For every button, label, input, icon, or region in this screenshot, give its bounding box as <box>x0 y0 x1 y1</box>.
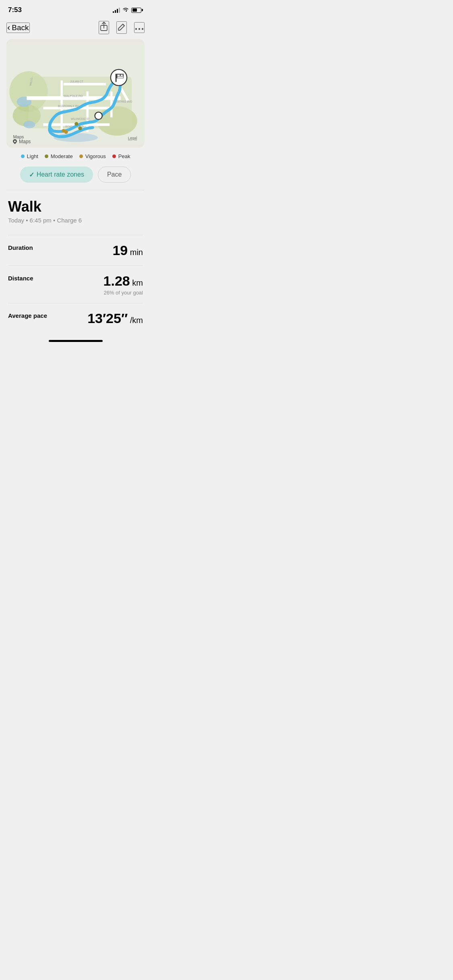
signal-icon <box>113 7 120 13</box>
duration-label: Duration <box>8 243 33 251</box>
distance-label: Distance <box>8 273 33 282</box>
legend-moderate: Moderate <box>45 153 73 159</box>
duration-value-block: 19 min <box>112 243 143 258</box>
status-icons <box>113 7 143 13</box>
svg-text:Legal: Legal <box>128 136 137 140</box>
legend-label-vigorous: Vigorous <box>85 153 106 159</box>
battery-icon <box>131 8 143 13</box>
svg-rect-36 <box>121 74 123 76</box>
workout-section: Walk Today • 6:45 pm • Charge 6 Duration… <box>0 190 151 334</box>
avg-pace-value-block: 13′25″ /km <box>87 311 143 326</box>
legend-label-peak: Peak <box>118 153 130 159</box>
home-indicator <box>0 334 151 345</box>
svg-text:WILDWOOD ST: WILDWOOD ST <box>71 117 90 120</box>
distance-value-block: 1.28 km 26% of your goal <box>103 273 143 296</box>
toggle-buttons: ✓ Heart rate zones Pace <box>0 163 151 190</box>
workout-subtitle: Today • 6:45 pm • Charge 6 <box>8 217 143 224</box>
heart-rate-zones-button[interactable]: ✓ Heart rate zones <box>20 167 93 183</box>
svg-point-30 <box>64 130 68 134</box>
more-button[interactable] <box>134 22 145 33</box>
maps-brand: Maps <box>12 139 31 144</box>
legend-dot-light <box>21 154 25 158</box>
share-button[interactable] <box>99 21 109 34</box>
svg-point-1 <box>135 28 137 30</box>
wifi-icon <box>122 7 129 13</box>
edit-button[interactable] <box>116 21 127 34</box>
map-svg: WALPOLE RD BOARDWALK RD WILDWOOD ST JULI… <box>6 39 145 148</box>
svg-point-27 <box>74 122 78 126</box>
legend-label-light: Light <box>27 153 38 159</box>
legend-light: Light <box>21 153 38 159</box>
svg-text:ENTREE BVD: ENTREE BVD <box>116 100 132 103</box>
duration-value: 19 min <box>112 243 143 258</box>
back-button[interactable]: ‹ Back <box>6 23 30 33</box>
svg-text:JULIAN CT: JULIAN CT <box>70 80 83 83</box>
status-time: 7:53 <box>8 6 22 14</box>
legend-dot-peak <box>112 154 116 158</box>
pace-label: Pace <box>107 171 122 178</box>
nav-bar: ‹ Back <box>0 18 151 39</box>
distance-value: 1.28 km <box>103 273 143 288</box>
nav-actions <box>99 21 145 34</box>
svg-rect-32 <box>116 74 117 82</box>
svg-point-10 <box>23 121 35 128</box>
distance-sub: 26% of your goal <box>103 290 143 296</box>
svg-rect-37 <box>117 76 123 78</box>
svg-text:WALPOLE RD: WALPOLE RD <box>64 94 83 98</box>
svg-point-2 <box>139 28 140 30</box>
checkmark-icon: ✓ <box>29 171 34 179</box>
avg-pace-label: Average pace <box>8 311 47 319</box>
chevron-left-icon: ‹ <box>7 23 10 32</box>
stat-row-pace: Average pace 13′25″ /km <box>8 303 143 334</box>
pace-button[interactable]: Pace <box>98 167 131 183</box>
legend-dot-vigorous <box>79 154 83 158</box>
back-label: Back <box>12 23 29 32</box>
svg-rect-35 <box>117 74 120 76</box>
map-container: WALPOLE RD BOARDWALK RD WILDWOOD ST JULI… <box>6 39 145 148</box>
workout-title: Walk <box>8 198 143 215</box>
legend-peak: Peak <box>112 153 130 159</box>
heart-rate-zones-label: Heart rate zones <box>37 171 84 178</box>
stat-row-duration: Duration 19 min <box>8 235 143 266</box>
svg-point-28 <box>78 126 82 130</box>
legend-dot-moderate <box>45 154 48 158</box>
legend-label-moderate: Moderate <box>51 153 73 159</box>
home-bar <box>49 340 103 342</box>
svg-text:BOARDWALK RD: BOARDWALK RD <box>58 105 79 107</box>
avg-pace-value: 13′25″ /km <box>87 311 143 326</box>
svg-point-38 <box>95 112 102 119</box>
stat-row-distance: Distance 1.28 km 26% of your goal <box>8 266 143 303</box>
svg-point-3 <box>142 28 143 30</box>
legend-vigorous: Vigorous <box>79 153 106 159</box>
legend: Light Moderate Vigorous Peak <box>0 148 151 163</box>
status-bar: 7:53 <box>0 0 151 18</box>
